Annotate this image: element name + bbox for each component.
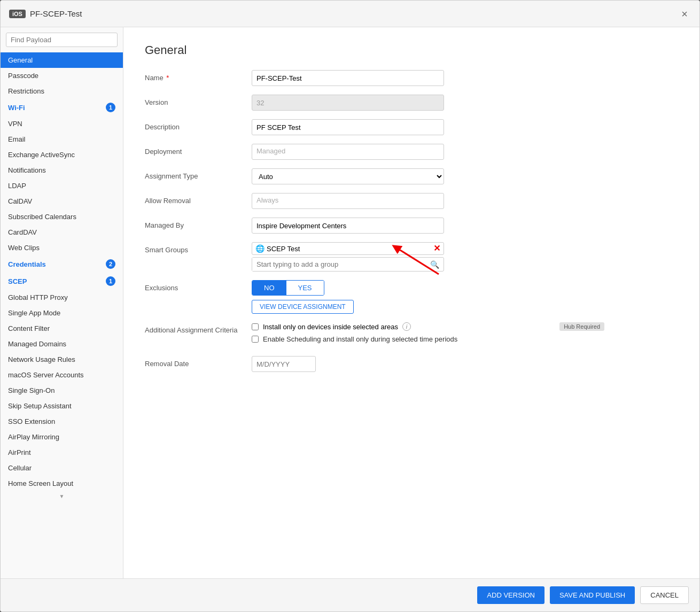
sidebar-label-global-http-proxy: Global HTTP Proxy [8,293,68,301]
criteria-2-checkbox[interactable] [252,336,259,343]
sidebar-item-passcode[interactable]: Passcode [1,68,123,83]
exclusions-row: Exclusions NO YES VIEW DEVICE ASSIGNMENT [145,280,678,314]
sidebar-label-macos-server-accounts: macOS Server Accounts [8,371,84,379]
deployment-row: Deployment Managed [145,144,678,160]
assignment-type-label: Assignment Type [145,168,252,180]
allow-removal-label: Allow Removal [145,193,252,205]
sidebar-item-sso-extension[interactable]: SSO Extension [1,414,123,429]
managed-by-row: Managed By [145,218,678,234]
modal-container: iOS PF-SCEP-Test × General Passcode Rest… [0,0,700,612]
sidebar-item-ldap[interactable]: LDAP [1,178,123,193]
allow-removal-input: Always [252,193,444,209]
exclusions-no-button[interactable]: NO [252,281,286,295]
sidebar-item-carddav[interactable]: CardDAV [1,224,123,240]
sidebar-item-cellular[interactable]: Cellular [1,460,123,476]
version-input [252,95,444,111]
removal-date-input[interactable] [252,356,316,372]
cancel-button[interactable]: CANCEL [640,586,689,604]
sidebar-label-vpn: VPN [8,120,22,128]
find-payload-input[interactable] [6,33,118,47]
sidebar-item-network-usage-rules[interactable]: Network Usage Rules [1,352,123,367]
description-input[interactable] [252,119,444,135]
sidebar-search-container [1,33,123,52]
sidebar-label-managed-domains: Managed Domains [8,340,66,348]
sidebar-item-skip-setup-assistant[interactable]: Skip Setup Assistant [1,398,123,414]
sidebar-item-airplay-mirroring[interactable]: AirPlay Mirroring [1,429,123,445]
sidebar-item-general[interactable]: General [1,52,123,68]
close-button[interactable]: × [678,7,691,20]
version-field-container [252,95,444,111]
group-icon: 🌐 [255,244,265,253]
sidebar-item-subscribed-calendars[interactable]: Subscribed Calendars [1,209,123,224]
exclusions-yes-button[interactable]: YES [286,281,324,295]
sidebar-item-content-filter[interactable]: Content Filter [1,321,123,336]
modal-header: iOS PF-SCEP-Test × [1,1,699,27]
criteria-1-label: Install only on devices inside selected … [263,323,398,331]
sidebar: General Passcode Restrictions Wi-Fi 1 VP… [1,27,123,578]
required-star: * [166,74,169,82]
sidebar-label-airplay-mirroring: AirPlay Mirroring [8,433,59,441]
sidebar-item-global-http-proxy[interactable]: Global HTTP Proxy [1,290,123,305]
sidebar-badge-scep: 1 [106,276,115,286]
managed-by-label: Managed By [145,218,252,229]
main-content-area: General Name * Version Descri [123,27,699,578]
sidebar-item-single-sign-on[interactable]: Single Sign-On [1,383,123,398]
allow-removal-row: Allow Removal Always [145,193,678,209]
smart-groups-row: Smart Groups 🌐 SCEP Test ✕ 🔍 [145,242,678,272]
sidebar-item-restrictions[interactable]: Restrictions [1,83,123,99]
sidebar-item-email[interactable]: Email [1,131,123,147]
modal-title: PF-SCEP-Test [30,9,82,18]
exclusions-label: Exclusions [145,280,252,292]
sidebar-label-skip-setup-assistant: Skip Setup Assistant [8,402,72,410]
scroll-indicator: ▼ [1,491,123,501]
sidebar-item-notifications[interactable]: Notifications [1,162,123,178]
sidebar-label-email: Email [8,135,26,143]
sidebar-label-single-sign-on: Single Sign-On [8,386,55,394]
criteria-wrapper: Install only on devices inside selected … [252,322,604,347]
smart-group-tag-label: SCEP Test [267,245,300,253]
sidebar-label-passcode: Passcode [8,72,38,80]
smart-group-search-icon[interactable]: 🔍 [426,258,444,271]
sidebar-item-home-screen-layout[interactable]: Home Screen Layout [1,476,123,491]
sidebar-item-wifi[interactable]: Wi-Fi 1 [1,99,123,116]
sidebar-item-single-app-mode[interactable]: Single App Mode [1,305,123,321]
header-left: iOS PF-SCEP-Test [9,9,82,18]
criteria-2-row: Enable Scheduling and install only durin… [252,335,604,343]
sidebar-item-vpn[interactable]: VPN [1,116,123,131]
sidebar-label-general: General [8,56,33,64]
smart-group-remove-button[interactable]: ✕ [433,244,440,253]
managed-by-input[interactable] [252,218,444,234]
sidebar-item-caldav[interactable]: CalDAV [1,193,123,209]
view-device-assignment-button[interactable]: VIEW DEVICE ASSIGNMENT [252,300,354,314]
add-version-button[interactable]: ADD VERSION [477,586,545,604]
ios-badge: iOS [9,10,26,18]
sidebar-item-exchange[interactable]: Exchange ActiveSync [1,147,123,162]
sidebar-item-credentials[interactable]: Credentials 2 [1,255,123,273]
description-field-container [252,119,444,135]
allow-removal-field-container: Always [252,193,444,209]
criteria-hub-row: Install only on devices inside selected … [252,322,604,331]
sidebar-label-cellular: Cellular [8,464,32,472]
sidebar-label-single-app-mode: Single App Mode [8,309,60,317]
sidebar-item-managed-domains[interactable]: Managed Domains [1,336,123,352]
deployment-field-container: Managed [252,144,444,160]
sidebar-item-web-clips[interactable]: Web Clips [1,240,123,255]
smart-group-search-input[interactable] [252,258,426,271]
sidebar-badge-wifi: 1 [106,103,115,112]
sidebar-label-caldav: CalDAV [8,197,32,205]
removal-date-field-container [252,356,316,372]
save-and-publish-button[interactable]: SAVE AND PUBLISH [550,586,635,604]
smart-groups-container: 🌐 SCEP Test ✕ 🔍 [252,242,444,272]
additional-criteria-label: Additional Assignment Criteria [145,322,252,334]
name-input[interactable] [252,70,444,86]
sidebar-item-airprint[interactable]: AirPrint [1,445,123,460]
name-field-container [252,70,444,86]
sidebar-item-macos-server-accounts[interactable]: macOS Server Accounts [1,367,123,383]
sidebar-label-scep: SCEP [8,277,27,285]
modal-body: General Passcode Restrictions Wi-Fi 1 VP… [1,27,699,578]
sidebar-label-carddav: CardDAV [8,228,37,236]
criteria-1-checkbox[interactable] [252,323,259,330]
sidebar-item-scep[interactable]: SCEP 1 [1,273,123,290]
sidebar-label-credentials: Credentials [8,260,46,268]
assignment-type-select[interactable]: Auto Optional Required [252,168,444,184]
